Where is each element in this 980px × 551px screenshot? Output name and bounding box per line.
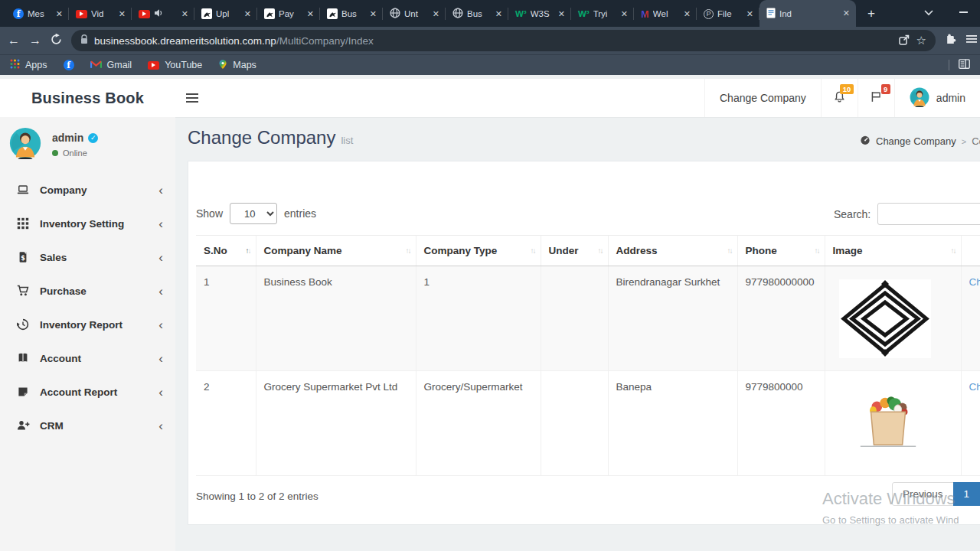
sidebar-avatar — [9, 127, 41, 162]
share-icon[interactable] — [898, 34, 910, 48]
bookmark-item[interactable]: Gmail — [90, 60, 132, 71]
extensions-icon[interactable] — [945, 33, 957, 48]
previous-page-button[interactable]: Previous — [892, 482, 954, 506]
chevron-left-icon: ‹ — [158, 318, 163, 331]
tab-close-icon[interactable]: ✕ — [368, 8, 379, 20]
column-header-phone[interactable]: Phone↑↓ — [737, 236, 825, 266]
sidebar-item-sales[interactable]: $Sales‹ — [0, 240, 175, 274]
tab-audio-icon[interactable] — [154, 8, 163, 19]
tab-close-icon[interactable]: ✕ — [54, 8, 65, 20]
tab-close-icon[interactable]: ✕ — [430, 8, 442, 20]
browser-tab[interactable]: Vid✕ — [69, 1, 132, 27]
browser-chrome: fMes✕Vid✕✕Upl✕Pay✕Bus✕Unt✕Bus✕W³W3S✕W³Tr… — [0, 0, 980, 75]
forward-icon[interactable]: → — [29, 34, 41, 47]
reload-icon[interactable] — [51, 34, 62, 47]
file-dollar-icon: $ — [16, 251, 30, 263]
column-header-action[interactable] — [961, 236, 980, 266]
browser-tab[interactable]: ✕ — [132, 1, 194, 27]
entries-label: entries — [284, 207, 316, 220]
minimize-icon[interactable] — [959, 11, 968, 13]
page-heading: Change Companylist Change Company > Comp — [175, 121, 980, 161]
chevron-left-icon: ‹ — [158, 285, 163, 298]
bookmark-star-icon[interactable]: ☆ — [916, 34, 926, 47]
tab-close-icon[interactable]: ✕ — [116, 8, 128, 20]
change-company-button[interactable]: Change Company — [704, 79, 821, 117]
sidebar-item-account-report[interactable]: Account Report‹ — [0, 375, 175, 409]
column-header-under[interactable]: Under↑↓ — [541, 236, 608, 266]
sidebar-item-purchase[interactable]: Purchase‹ — [0, 274, 175, 308]
browser-tab[interactable]: Upl✕ — [194, 1, 257, 27]
flags-button[interactable]: 9 — [858, 79, 894, 117]
cell-company-name: Grocery Supermarket Pvt Ltd — [256, 371, 416, 476]
browser-tab[interactable]: PFile✕ — [697, 1, 760, 27]
back-icon[interactable]: ← — [8, 34, 20, 47]
sidebar-item-crm[interactable]: CRM‹ — [0, 409, 175, 442]
column-header-company-type[interactable]: Company Type↑↓ — [416, 236, 541, 266]
tab-close-icon[interactable]: ✕ — [556, 8, 567, 20]
browser-tab[interactable]: Pay✕ — [257, 1, 320, 27]
sidebar-item-label: Purchase — [40, 285, 87, 297]
cell-image — [825, 266, 961, 371]
note-icon — [16, 386, 30, 398]
new-tab-button[interactable]: + — [861, 4, 881, 24]
show-label: Show — [196, 207, 223, 220]
search-input[interactable] — [877, 203, 980, 225]
bookmark-item[interactable]: Maps — [218, 59, 256, 72]
online-dot-icon — [52, 150, 58, 156]
bookmark-label: YouTube — [165, 60, 202, 70]
tab-close-icon[interactable]: ✕ — [179, 8, 191, 20]
sidebar-item-company[interactable]: Company‹ — [0, 173, 175, 207]
browser-tab[interactable]: fMes✕ — [6, 1, 69, 27]
tab-search-chevron-icon[interactable] — [924, 5, 933, 19]
tab-close-icon[interactable]: ✕ — [744, 8, 756, 20]
browser-tab[interactable]: Ind✕ — [760, 0, 856, 27]
cell-under — [541, 371, 608, 476]
cell-company-name: Business Book — [256, 266, 416, 371]
breadcrumb-item[interactable]: Change Company — [876, 135, 956, 147]
lock-icon[interactable] — [80, 34, 88, 47]
bookmark-label: Apps — [25, 60, 47, 70]
sidebar-toggle-icon[interactable] — [175, 79, 209, 117]
sidebar-user-status: Online — [63, 148, 87, 158]
browser-tab[interactable]: Unt✕ — [383, 1, 446, 27]
page-length-select[interactable]: 10 — [230, 203, 277, 224]
table-header-row: S.No↑↓Company Name↑↓Company Type↑↓Under↑… — [196, 236, 980, 266]
notifications-button[interactable]: 10 — [821, 79, 858, 117]
tab-close-icon[interactable]: ✕ — [305, 8, 316, 20]
tab-close-icon[interactable]: ✕ — [619, 8, 630, 20]
bookmark-item[interactable]: Apps — [10, 59, 47, 71]
user-menu[interactable]: admin — [894, 79, 980, 117]
sidebar-item-inventory-report[interactable]: Inventory Report‹ — [0, 308, 175, 341]
browser-menu-icon[interactable] — [966, 34, 977, 47]
sidebar-menu: Company‹Inventory Setting‹$Sales‹Purchas… — [0, 173, 175, 442]
tab-close-icon[interactable]: ✕ — [841, 8, 852, 19]
reading-list-icon[interactable] — [959, 59, 970, 71]
browser-tab[interactable]: W³Tryi✕ — [571, 1, 634, 27]
table-card: Show 10 entries Search: S.No↑↓Company Na… — [188, 161, 980, 525]
cell-sno: 2 — [196, 371, 256, 476]
tab-close-icon[interactable]: ✕ — [242, 8, 253, 20]
table-row: 1Business Book1Birendranagar Surkhet9779… — [196, 266, 980, 371]
column-header-company-name[interactable]: Company Name↑↓ — [256, 236, 416, 266]
browser-tab[interactable]: MWel✕ — [634, 1, 697, 27]
address-bar[interactable]: businessbook.dreameritsolution.com.np/Mu… — [71, 30, 936, 51]
pagination: Previous 1 — [892, 482, 980, 506]
header-username: admin — [936, 92, 965, 104]
tab-close-icon[interactable]: ✕ — [681, 8, 693, 20]
browser-tab[interactable]: W³W3S✕ — [508, 1, 571, 27]
page-1-button[interactable]: 1 — [953, 482, 980, 506]
browser-tab[interactable]: Bus✕ — [446, 1, 508, 27]
browser-tab[interactable]: Bus✕ — [320, 1, 383, 27]
column-header-image[interactable]: Image↑↓ — [825, 236, 961, 266]
column-header-s-no[interactable]: S.No↑↓ — [196, 236, 256, 266]
bookmark-item[interactable]: YouTube — [148, 60, 202, 70]
tab-title: Pay — [279, 9, 301, 18]
sidebar-item-label: CRM — [40, 420, 64, 432]
sidebar-item-inventory-setting[interactable]: Inventory Setting‹ — [0, 207, 175, 240]
change-company-link[interactable]: Cha — [969, 276, 980, 288]
column-header-address[interactable]: Address↑↓ — [608, 236, 737, 266]
change-company-link[interactable]: Cha — [969, 381, 980, 393]
sidebar-item-account[interactable]: Account‹ — [0, 341, 175, 375]
bookmark-item[interactable]: f — [64, 60, 74, 70]
tab-close-icon[interactable]: ✕ — [493, 8, 505, 20]
